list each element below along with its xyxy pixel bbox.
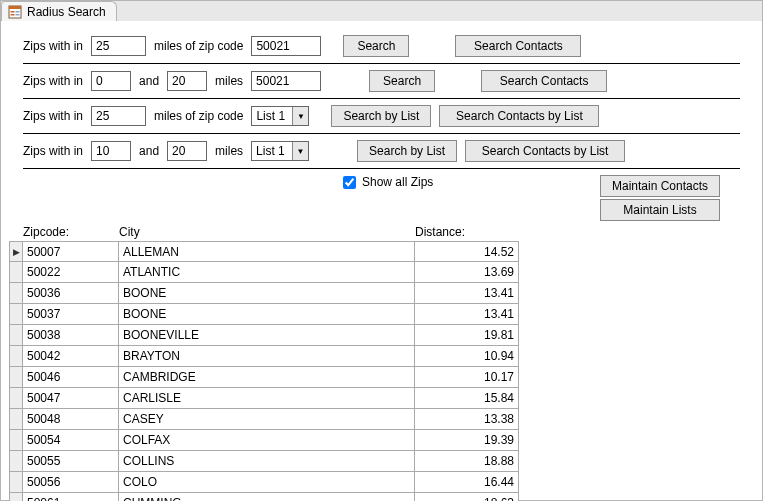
svg-rect-2 bbox=[11, 11, 15, 13]
cell-distance[interactable]: 16.44 bbox=[415, 472, 519, 493]
search-by-list-button[interactable]: Search by List bbox=[331, 105, 431, 127]
column-header-distance: Distance: bbox=[415, 225, 519, 239]
cell-zip[interactable]: 50042 bbox=[23, 346, 119, 367]
miles-from-input[interactable] bbox=[91, 141, 131, 161]
cell-zip[interactable]: 50048 bbox=[23, 409, 119, 430]
cell-zip[interactable]: 50054 bbox=[23, 430, 119, 451]
search-button[interactable]: Search bbox=[343, 35, 409, 57]
row-selector[interactable] bbox=[9, 472, 23, 493]
table-row[interactable]: 50042BRAYTON10.94 bbox=[9, 346, 762, 367]
miles-from-input[interactable] bbox=[91, 71, 131, 91]
zip-input[interactable] bbox=[251, 71, 321, 91]
cell-city[interactable]: CAMBRIDGE bbox=[119, 367, 415, 388]
cell-distance[interactable]: 15.84 bbox=[415, 388, 519, 409]
table-row[interactable]: 50061CUMMING18.63 bbox=[9, 493, 762, 501]
cell-city[interactable]: BOONE bbox=[119, 283, 415, 304]
row-selector[interactable] bbox=[9, 451, 23, 472]
cell-distance[interactable]: 13.41 bbox=[415, 304, 519, 325]
miles-to-input[interactable] bbox=[167, 141, 207, 161]
cell-zip[interactable]: 50056 bbox=[23, 472, 119, 493]
label: miles of zip code bbox=[154, 109, 243, 123]
cell-zip[interactable]: 50007 bbox=[23, 241, 119, 262]
table-row[interactable]: 50046CAMBRIDGE10.17 bbox=[9, 367, 762, 388]
row-selector[interactable] bbox=[9, 493, 23, 501]
cell-distance[interactable]: 14.52 bbox=[415, 241, 519, 262]
cell-distance[interactable]: 13.69 bbox=[415, 262, 519, 283]
chevron-down-icon: ▼ bbox=[292, 142, 308, 160]
cell-distance[interactable]: 10.17 bbox=[415, 367, 519, 388]
row-selector[interactable] bbox=[9, 367, 23, 388]
list-dropdown[interactable]: List 1 ▼ bbox=[251, 141, 309, 161]
table-row[interactable]: 50056COLO16.44 bbox=[9, 472, 762, 493]
search-contacts-button[interactable]: Search Contacts bbox=[481, 70, 607, 92]
row-selector[interactable] bbox=[9, 304, 23, 325]
cell-distance[interactable]: 18.63 bbox=[415, 493, 519, 501]
tab-title: Radius Search bbox=[27, 5, 106, 19]
row-selector[interactable] bbox=[9, 409, 23, 430]
cell-zip[interactable]: 50055 bbox=[23, 451, 119, 472]
list-dropdown[interactable]: List 1 ▼ bbox=[251, 106, 309, 126]
tab-radius-search[interactable]: Radius Search bbox=[1, 1, 117, 21]
cell-city[interactable]: BOONE bbox=[119, 304, 415, 325]
cell-city[interactable]: COLLINS bbox=[119, 451, 415, 472]
cell-zip[interactable]: 50022 bbox=[23, 262, 119, 283]
cell-distance[interactable]: 19.39 bbox=[415, 430, 519, 451]
table-row[interactable]: 50036BOONE13.41 bbox=[9, 283, 762, 304]
search-contacts-by-list-button[interactable]: Search Contacts by List bbox=[465, 140, 625, 162]
table-row[interactable]: 50054COLFAX19.39 bbox=[9, 430, 762, 451]
search-by-list-button[interactable]: Search by List bbox=[357, 140, 457, 162]
search-contacts-button[interactable]: Search Contacts bbox=[455, 35, 581, 57]
cell-zip[interactable]: 50036 bbox=[23, 283, 119, 304]
table-row[interactable]: 50037BOONE13.41 bbox=[9, 304, 762, 325]
cell-city[interactable]: CASEY bbox=[119, 409, 415, 430]
cell-zip[interactable]: 50046 bbox=[23, 367, 119, 388]
table-row[interactable]: ▶50007ALLEMAN14.52 bbox=[9, 241, 762, 262]
cell-city[interactable]: ALLEMAN bbox=[119, 241, 415, 262]
cell-city[interactable]: ATLANTIC bbox=[119, 262, 415, 283]
maintain-contacts-button[interactable]: Maintain Contacts bbox=[600, 175, 720, 197]
cell-distance[interactable]: 10.94 bbox=[415, 346, 519, 367]
row-selector[interactable] bbox=[9, 388, 23, 409]
miles-input[interactable] bbox=[91, 106, 146, 126]
cell-city[interactable]: BRAYTON bbox=[119, 346, 415, 367]
cell-distance[interactable]: 19.81 bbox=[415, 325, 519, 346]
row-selector[interactable] bbox=[9, 430, 23, 451]
cell-distance[interactable]: 13.38 bbox=[415, 409, 519, 430]
cell-zip[interactable]: 50037 bbox=[23, 304, 119, 325]
svg-rect-1 bbox=[9, 6, 21, 9]
checkbox-label: Show all Zips bbox=[362, 175, 433, 189]
cell-zip[interactable]: 50038 bbox=[23, 325, 119, 346]
row-selector[interactable] bbox=[9, 346, 23, 367]
cell-distance[interactable]: 18.88 bbox=[415, 451, 519, 472]
cell-city[interactable]: CARLISLE bbox=[119, 388, 415, 409]
label: Zips with in bbox=[23, 74, 83, 88]
label: miles bbox=[215, 74, 243, 88]
cell-city[interactable]: BOONEVILLE bbox=[119, 325, 415, 346]
zip-input[interactable] bbox=[251, 36, 321, 56]
table-row[interactable]: 50047CARLISLE15.84 bbox=[9, 388, 762, 409]
table-row[interactable]: 50038BOONEVILLE19.81 bbox=[9, 325, 762, 346]
miles-input[interactable] bbox=[91, 36, 146, 56]
table-row[interactable]: 50022ATLANTIC13.69 bbox=[9, 262, 762, 283]
cell-zip[interactable]: 50047 bbox=[23, 388, 119, 409]
checkbox-input[interactable] bbox=[343, 176, 356, 189]
table-row[interactable]: 50048CASEY13.38 bbox=[9, 409, 762, 430]
search-row-list-range: Zips with in and miles List 1 ▼ Search b… bbox=[23, 134, 740, 169]
search-row-zip-radius: Zips with in miles of zip code Search Se… bbox=[23, 29, 740, 64]
radius-search-window: Radius Search Zips with in miles of zip … bbox=[0, 0, 763, 501]
row-selector[interactable] bbox=[9, 262, 23, 283]
search-button[interactable]: Search bbox=[369, 70, 435, 92]
row-selector[interactable] bbox=[9, 325, 23, 346]
row-selector[interactable]: ▶ bbox=[9, 241, 23, 262]
cell-city[interactable]: COLO bbox=[119, 472, 415, 493]
cell-city[interactable]: CUMMING bbox=[119, 493, 415, 501]
table-row[interactable]: 50055COLLINS18.88 bbox=[9, 451, 762, 472]
miles-to-input[interactable] bbox=[167, 71, 207, 91]
search-contacts-by-list-button[interactable]: Search Contacts by List bbox=[439, 105, 599, 127]
show-all-zips-checkbox[interactable]: Show all Zips bbox=[343, 175, 433, 189]
row-selector[interactable] bbox=[9, 283, 23, 304]
maintain-lists-button[interactable]: Maintain Lists bbox=[600, 199, 720, 221]
cell-distance[interactable]: 13.41 bbox=[415, 283, 519, 304]
cell-zip[interactable]: 50061 bbox=[23, 493, 119, 501]
cell-city[interactable]: COLFAX bbox=[119, 430, 415, 451]
